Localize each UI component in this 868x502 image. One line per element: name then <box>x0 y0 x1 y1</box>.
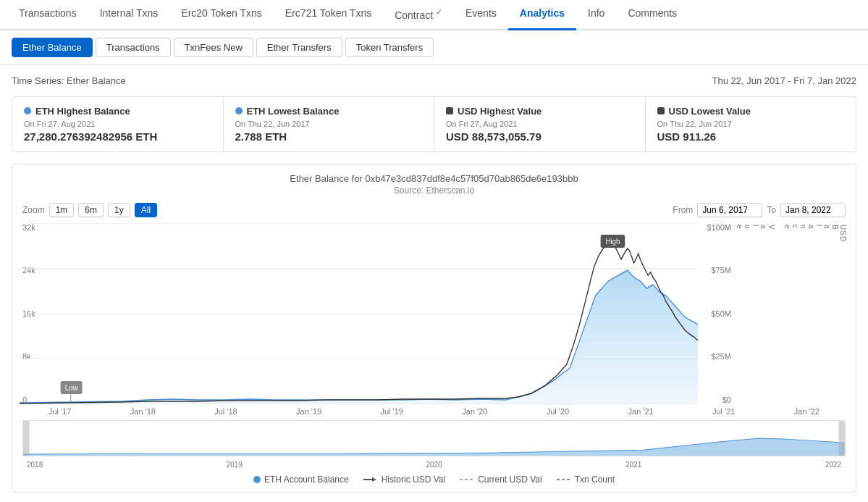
zoom-1y[interactable]: 1y <box>108 203 130 217</box>
subtab-transactions[interactable]: Transactions <box>96 38 171 57</box>
subtab-ether-balance[interactable]: Ether Balance <box>12 38 93 57</box>
legend-txn-count: Txn Count <box>557 474 615 485</box>
contract-check-icon: ✓ <box>436 7 442 16</box>
tab-info[interactable]: Info <box>576 0 616 30</box>
dot-dark-icon-2 <box>657 107 665 114</box>
subtab-token-transfers[interactable]: Token Transfers <box>345 38 434 57</box>
nav-tabs: Transactions Internal Txns Erc20 Token T… <box>0 0 868 30</box>
svg-marker-14 <box>372 477 376 482</box>
zoom-group: Zoom 1m 6m 1y All <box>22 203 157 217</box>
sub-tabs: Ether Balance Transactions TxnFees New E… <box>0 30 868 65</box>
legend-current-usd-label: Current USD Val <box>478 474 542 485</box>
stat-eth-lowest-date: On Thu 22, Jun 2017 <box>235 120 423 128</box>
stat-usd-highest-value: USD 88,573,055.79 <box>446 130 633 143</box>
subtab-ether-transfers[interactable]: Ether Transfers <box>256 38 342 57</box>
legend-dash-gray-icon <box>460 475 474 484</box>
from-date-input[interactable] <box>697 203 762 217</box>
stat-usd-highest-title: USD Highest Value <box>446 106 633 117</box>
chart-title: Ether Balance for 0xb47e3cd837ddf8e4c57f… <box>20 173 848 184</box>
tab-events[interactable]: Events <box>454 0 508 30</box>
legend-eth-balance: ETH Account Balance <box>253 474 349 485</box>
stat-usd-lowest-title: USD Lowest Value <box>657 106 845 117</box>
legend-txn-count-label: Txn Count <box>575 474 615 485</box>
main-chart-svg: High Low <box>20 223 698 404</box>
time-series-label: Time Series: Ether Balance <box>12 75 126 86</box>
stat-eth-lowest-title: ETH Lowest Balance <box>235 106 423 117</box>
zoom-label: Zoom <box>22 205 45 215</box>
svg-text:Low: Low <box>65 383 78 392</box>
stat-eth-lowest: ETH Lowest Balance On Thu 22, Jun 2017 2… <box>224 97 435 151</box>
tab-transactions[interactable]: Transactions <box>7 0 88 30</box>
legend-eth-balance-label: ETH Account Balance <box>264 474 349 485</box>
time-series-header: Time Series: Ether Balance Thu 22, Jun 2… <box>12 75 856 86</box>
chart-container: Ether Balance for 0xb47e3cd837ddf8e4c57f… <box>12 164 856 493</box>
legend-dot-blue-icon <box>253 476 261 483</box>
main-content: Time Series: Ether Balance Thu 22, Jun 2… <box>0 65 868 502</box>
zoom-all[interactable]: All <box>135 203 157 217</box>
dot-dark-icon <box>446 107 453 114</box>
mini-x-axis: 2018 2019 2020 2021 2022 <box>20 459 848 469</box>
legend-dash-dark-icon <box>557 475 571 484</box>
svg-text:High: High <box>605 237 620 246</box>
stat-eth-highest: ETH Highest Balance On Fri 27, Aug 2021 … <box>12 97 224 151</box>
tab-analytics[interactable]: Analytics <box>508 0 576 30</box>
usd-axis-label: USDBalanceValue <box>734 223 848 404</box>
x-axis: Jul '17 Jan '18 Jul '18 Jan '19 Jul '19 … <box>20 404 848 416</box>
time-series-range: Thu 22, Jun 2017 - Fri 7, Jan 2022 <box>712 75 856 86</box>
mini-chart <box>22 420 846 456</box>
stats-row: ETH Highest Balance On Fri 27, Aug 2021 … <box>12 96 856 152</box>
stat-usd-lowest: USD Lowest Value On Thu 22, Jun 2017 USD… <box>646 97 856 151</box>
date-range: From To <box>673 203 846 217</box>
tab-contract[interactable]: Contract ✓ <box>383 0 454 30</box>
stat-usd-highest-date: On Fri 27, Aug 2021 <box>446 120 633 128</box>
chart-controls: Zoom 1m 6m 1y All From To <box>20 203 848 217</box>
stat-eth-highest-date: On Fri 27, Aug 2021 <box>24 120 211 128</box>
txnfees-badge: New <box>224 42 243 53</box>
from-label: From <box>673 205 693 215</box>
tab-erc20[interactable]: Erc20 Token Txns <box>169 0 274 30</box>
stat-usd-highest: USD Highest Value On Fri 27, Aug 2021 US… <box>434 97 646 151</box>
svg-rect-11 <box>23 421 30 456</box>
chart-subtitle: Source: Etherscan.io <box>20 185 848 196</box>
zoom-6m[interactable]: 6m <box>78 203 104 217</box>
to-label: To <box>767 205 776 215</box>
svg-rect-12 <box>838 421 845 456</box>
y-axis-right: $100M $75M $50M $25M $0 <box>698 223 734 404</box>
legend-historic-usd: Historic USD Val <box>363 474 445 485</box>
stat-eth-highest-value: 27,280.276392482956 ETH <box>24 130 211 143</box>
tab-internal-txns[interactable]: Internal Txns <box>88 0 170 30</box>
zoom-1m[interactable]: 1m <box>49 203 75 217</box>
tab-comments[interactable]: Comments <box>616 0 688 30</box>
dot-blue-icon-2 <box>235 107 243 114</box>
stat-eth-lowest-value: 2.788 ETH <box>235 130 423 143</box>
to-date-input[interactable] <box>780 203 846 217</box>
subtab-txnfees[interactable]: TxnFees New <box>174 38 253 57</box>
legend-current-usd: Current USD Val <box>460 474 542 485</box>
legend-arrow-icon <box>363 475 378 484</box>
dot-blue-icon <box>24 107 31 114</box>
legend-historic-usd-label: Historic USD Val <box>382 474 445 485</box>
tab-erc721[interactable]: Erc721 Token Txns <box>274 0 383 30</box>
stat-usd-lowest-date: On Thu 22, Jun 2017 <box>657 120 845 128</box>
stat-usd-lowest-value: USD 911.26 <box>657 130 845 143</box>
legend: ETH Account Balance Historic USD Val Cur… <box>20 474 848 485</box>
stat-eth-highest-title: ETH Highest Balance <box>24 106 211 117</box>
